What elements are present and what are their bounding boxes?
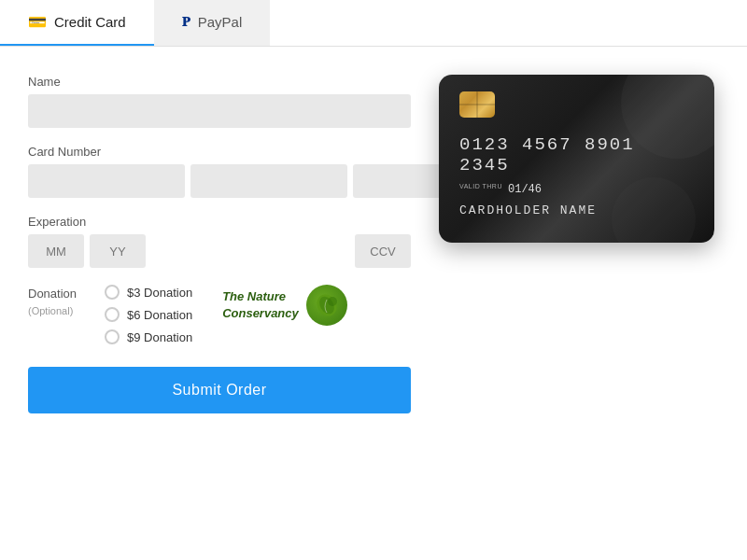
tab-paypal[interactable]: 𝐏 PayPal bbox=[154, 0, 271, 46]
tab-credit-card[interactable]: 💳 Credit Card bbox=[0, 0, 154, 46]
credit-card-visual: 0123 4567 8901 2345 VALID THRU 01/46 CAR… bbox=[439, 75, 714, 243]
card-number-label: Card Number bbox=[28, 145, 411, 159]
donation-radio-6[interactable] bbox=[105, 307, 120, 322]
donation-options: $3 Donation $6 Donation $9 Donation bbox=[105, 285, 192, 344]
donation-radio-3[interactable] bbox=[105, 285, 120, 300]
donation-option-9[interactable]: $9 Donation bbox=[105, 329, 192, 344]
nature-conservancy-line1: The Nature bbox=[222, 289, 286, 303]
credit-card-icon: 💳 bbox=[28, 13, 47, 31]
card-number-group: Card Number bbox=[28, 145, 411, 198]
yy-input[interactable] bbox=[90, 234, 146, 268]
name-input[interactable] bbox=[28, 94, 411, 128]
mm-input[interactable] bbox=[28, 234, 84, 268]
card-segment-2[interactable] bbox=[190, 164, 347, 198]
nature-conservancy-line2: Conservancy bbox=[222, 306, 299, 320]
tab-paypal-label: PayPal bbox=[198, 14, 243, 30]
card-number-row bbox=[28, 164, 411, 198]
expiration-label: Experation bbox=[28, 215, 411, 229]
card-valid-date: 01/46 bbox=[508, 183, 542, 196]
card-segment-1[interactable] bbox=[28, 164, 185, 198]
donation-option-6[interactable]: $6 Donation bbox=[105, 307, 192, 322]
tab-credit-card-label: Credit Card bbox=[54, 14, 126, 30]
paypal-icon: 𝐏 bbox=[182, 14, 190, 30]
submit-order-button[interactable]: Submit Order bbox=[28, 367, 411, 413]
payment-tabs: 💳 Credit Card 𝐏 PayPal bbox=[0, 0, 747, 47]
donation-label-col: Donation (Optional) bbox=[28, 285, 93, 318]
expiration-group: Experation bbox=[28, 215, 411, 268]
expiration-row bbox=[28, 234, 411, 268]
card-visual-section: 0123 4567 8901 2345 VALID THRU 01/46 CAR… bbox=[439, 75, 719, 413]
donation-option-3[interactable]: $3 Donation bbox=[105, 285, 192, 300]
nature-conservancy-logo: The Nature Conservancy bbox=[222, 285, 347, 326]
donation-radio-9[interactable] bbox=[105, 329, 120, 344]
nature-leaf-icon bbox=[306, 285, 347, 326]
name-group: Name bbox=[28, 75, 411, 128]
ccv-input[interactable] bbox=[355, 234, 411, 268]
donation-label-3: $3 Donation bbox=[127, 286, 192, 300]
leaf-svg bbox=[314, 292, 340, 318]
donation-label-9: $9 Donation bbox=[127, 330, 192, 344]
name-label: Name bbox=[28, 75, 411, 89]
donation-optional-label: (Optional) bbox=[28, 305, 73, 316]
donation-label-6: $6 Donation bbox=[127, 308, 192, 322]
card-valid-thru-label: VALID THRU bbox=[459, 183, 502, 190]
donation-label: Donation bbox=[28, 287, 77, 301]
card-chip-icon bbox=[459, 91, 495, 118]
payment-form: Name Card Number Experation bbox=[28, 75, 411, 413]
donation-group: Donation (Optional) $3 Donation $6 Donat… bbox=[28, 285, 411, 344]
svg-point-2 bbox=[328, 297, 337, 306]
